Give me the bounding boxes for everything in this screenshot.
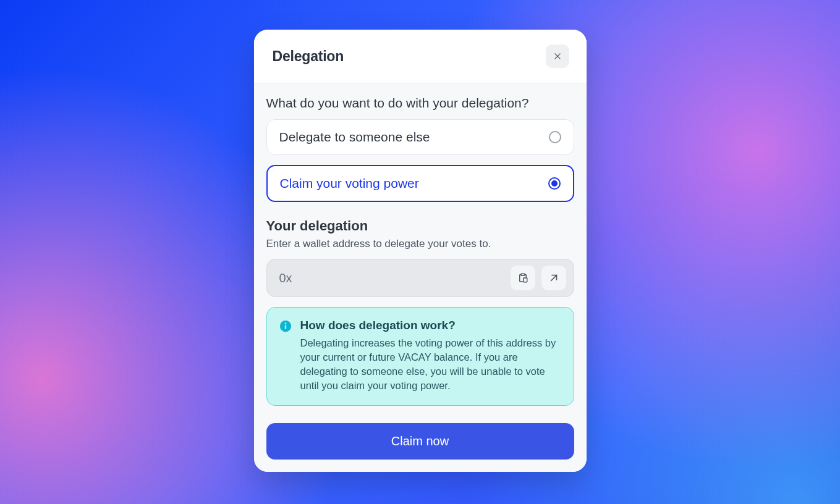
your-delegation-title: Your delegation (266, 218, 574, 234)
radio-selected-icon (548, 177, 561, 190)
open-external-button[interactable] (541, 266, 566, 290)
claim-now-button[interactable]: Claim now (266, 423, 574, 460)
info-icon (279, 320, 292, 332)
delegation-modal: Delegation What do you want to do with y… (254, 30, 587, 472)
wallet-address-row (266, 259, 574, 297)
paste-button[interactable] (511, 266, 535, 290)
svg-point-7 (284, 322, 286, 324)
option-delegate-to-someone[interactable]: Delegate to someone else (266, 119, 574, 155)
paste-icon (517, 272, 528, 284)
svg-rect-2 (521, 274, 525, 275)
modal-title: Delegation (273, 48, 344, 65)
svg-rect-6 (284, 325, 286, 329)
your-delegation-subtitle: Enter a wallet address to delegate your … (266, 238, 574, 250)
radio-unselected-icon (549, 131, 561, 143)
wallet-address-input[interactable] (279, 271, 504, 285)
close-button[interactable] (546, 44, 569, 68)
close-icon (553, 52, 562, 61)
info-body: Delegating increases the voting power of… (300, 336, 560, 393)
option-claim-label: Claim your voting power (280, 176, 419, 191)
info-title: How does delegation work? (300, 319, 560, 332)
arrow-up-right-icon (548, 272, 559, 284)
modal-body: What do you want to do with your delegat… (254, 83, 587, 472)
svg-rect-3 (523, 278, 527, 282)
option-claim-voting-power[interactable]: Claim your voting power (266, 165, 574, 202)
delegation-info-box: How does delegation work? Delegating inc… (266, 307, 574, 406)
svg-line-4 (551, 275, 556, 281)
modal-header: Delegation (254, 30, 587, 83)
delegation-question: What do you want to do with your delegat… (266, 96, 574, 119)
info-text: How does delegation work? Delegating inc… (300, 319, 560, 393)
option-delegate-label: Delegate to someone else (279, 130, 430, 145)
